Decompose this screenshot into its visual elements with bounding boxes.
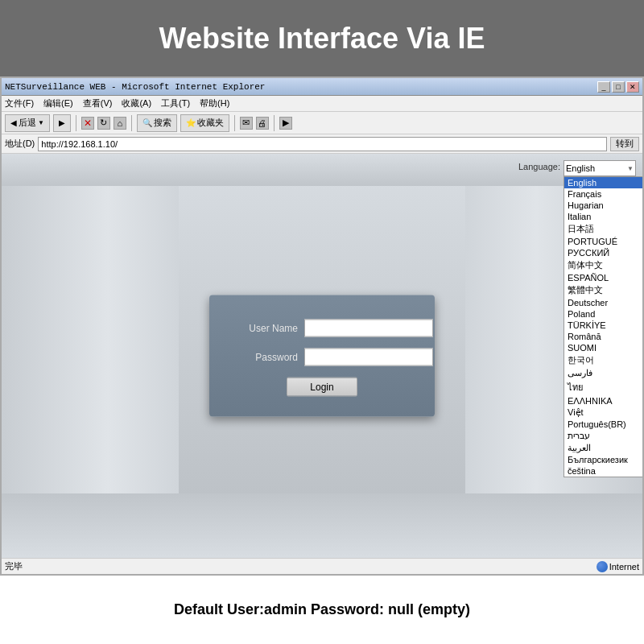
menu-favorites[interactable]: 收藏(A) (122, 97, 151, 109)
ie-menubar: 文件(F) 编辑(E) 查看(V) 收藏(A) 工具(T) 帮助(H) (2, 96, 642, 112)
language-option[interactable]: Poland (564, 308, 642, 320)
bottom-text-area: Default User:admin Password: null (empty… (0, 576, 644, 644)
menu-file[interactable]: 文件(F) (5, 97, 34, 109)
page-title: Website Interface Via IE (159, 22, 485, 56)
search-button[interactable]: 🔍 搜索 (137, 114, 177, 132)
forward-button[interactable]: ▶ (53, 114, 71, 132)
language-option[interactable]: ESPAÑOL (564, 272, 642, 283)
language-option[interactable]: Deutscher (564, 297, 642, 308)
close-button[interactable]: ✕ (626, 81, 639, 93)
language-dropdown-list: EnglishFrançaisHugarianItalian日本語PORTUGU… (564, 176, 642, 477)
room-background: Language: English ▼ EnglishFrançaisHugar… (2, 154, 642, 558)
maximize-button[interactable]: □ (612, 81, 625, 93)
ie-titlebar-buttons: _ □ ✕ (597, 81, 639, 93)
login-button-row: Login (233, 378, 411, 397)
favorites-button[interactable]: ⭐ 收藏夹 (180, 114, 229, 132)
ie-titlebar-text: NETSurveillance WEB - Microsoft Internet… (5, 82, 265, 92)
refresh-button[interactable]: ↻ (97, 117, 110, 130)
favorites-label: 收藏夹 (197, 117, 224, 129)
language-option[interactable]: Hugarian (564, 200, 642, 211)
language-option[interactable]: Việt (564, 407, 642, 419)
dropdown-arrow-icon: ▼ (627, 165, 634, 172)
address-input[interactable] (38, 137, 607, 151)
language-option[interactable]: ΕΛΛΗΝΙΚΑ (564, 395, 642, 407)
toolbar-separator-4 (274, 115, 275, 131)
language-option[interactable]: 日本語 (564, 222, 642, 236)
username-row: User Name (233, 320, 411, 337)
toolbar-separator-1 (76, 115, 76, 131)
minimize-button[interactable]: _ (597, 81, 610, 93)
ie-toolbar: ◀ 后退 ▼ ▶ ✕ ↻ ⌂ 🔍 搜索 ⭐ 收藏夹 ✉ 🖨 ▶ (2, 112, 642, 134)
home-button[interactable]: ⌂ (114, 117, 126, 130)
favorites-icon: ⭐ (186, 118, 196, 127)
stop-button[interactable]: ✕ (81, 117, 94, 130)
language-option[interactable]: English (564, 177, 642, 188)
language-option[interactable]: العربية (564, 442, 642, 454)
language-label: Language: (518, 160, 560, 171)
back-label: 后退 (19, 117, 36, 129)
language-dropdown-container: English ▼ EnglishFrançaisHugarianItalian… (564, 160, 636, 176)
language-option[interactable]: SUOMI (564, 342, 642, 353)
back-arrow-icon: ◀ (10, 118, 17, 127)
menu-help[interactable]: 帮助(H) (200, 97, 229, 109)
statusbar-zone: Internet (609, 562, 639, 572)
ie-browser-frame: NETSurveillance WEB - Microsoft Internet… (0, 76, 644, 576)
language-option[interactable]: Français (564, 188, 642, 200)
language-option[interactable]: Italian (564, 211, 642, 222)
statusbar-internet: Internet (597, 561, 639, 572)
search-label: 搜索 (154, 117, 171, 129)
print-button[interactable]: 🖨 (256, 117, 269, 130)
login-box: User Name Password Login (209, 295, 435, 417)
menu-edit[interactable]: 编辑(E) (43, 97, 73, 109)
ie-titlebar: NETSurveillance WEB - Microsoft Internet… (2, 78, 642, 96)
toolbar-separator-2 (131, 115, 132, 131)
toolbar-separator-3 (234, 115, 235, 131)
ie-content: Language: English ▼ EnglishFrançaisHugar… (2, 154, 642, 558)
username-label: User Name (233, 323, 298, 334)
language-option[interactable]: TÜRKİYE (564, 320, 642, 331)
password-input[interactable] (304, 349, 433, 366)
media-button[interactable]: ▶ (279, 117, 292, 130)
language-option[interactable]: 繁體中文 (564, 283, 642, 297)
language-option[interactable]: Българскиезик (564, 454, 642, 465)
language-option[interactable]: فارسی (564, 367, 642, 379)
menu-tools[interactable]: 工具(T) (161, 97, 190, 109)
forward-arrow-icon: ▶ (59, 118, 65, 127)
back-button[interactable]: ◀ 后退 ▼ (5, 114, 50, 132)
language-option[interactable]: עברית (564, 430, 642, 442)
ie-statusbar: 完毕 Internet (2, 558, 642, 574)
password-row: Password (233, 349, 411, 366)
language-option[interactable]: Português(BR) (564, 419, 642, 430)
password-label: Password (233, 352, 298, 363)
back-dropdown-icon: ▼ (38, 119, 44, 126)
menu-view[interactable]: 查看(V) (83, 97, 113, 109)
language-option[interactable]: РУССКИЙ (564, 247, 642, 258)
language-option[interactable]: Română (564, 331, 642, 342)
go-button[interactable]: 转到 (610, 137, 639, 151)
language-select-box[interactable]: English ▼ (564, 160, 636, 176)
language-option[interactable]: PORTUGUÉ (564, 236, 642, 247)
language-option[interactable]: čeština (564, 465, 642, 477)
default-credentials-text: Default User:admin Password: null (empty… (174, 601, 470, 618)
language-option[interactable]: 한국어 (564, 353, 642, 367)
ie-addressbar: 地址(D) 转到 (2, 134, 642, 154)
language-selected-text: English (566, 163, 595, 173)
login-button[interactable]: Login (287, 378, 357, 397)
statusbar-text: 完毕 (5, 560, 23, 572)
language-option[interactable]: ไทย (564, 379, 642, 395)
language-area: Language: English ▼ EnglishFrançaisHugar… (518, 160, 636, 176)
mail-button[interactable]: ✉ (240, 117, 253, 130)
floor (2, 493, 642, 558)
search-icon: 🔍 (142, 118, 152, 127)
address-label: 地址(D) (5, 138, 35, 150)
top-banner: Website Interface Via IE (0, 0, 644, 76)
username-input[interactable] (304, 320, 433, 337)
language-option[interactable]: 简体中文 (564, 258, 642, 272)
internet-icon (597, 561, 608, 572)
